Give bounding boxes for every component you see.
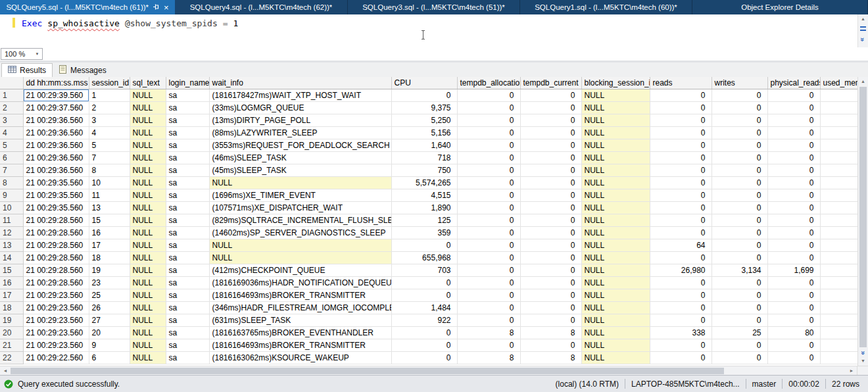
grid-cell[interactable]: NULL [581, 152, 650, 164]
grid-cell[interactable]: NULL [581, 302, 650, 314]
grid-cell[interactable]: NULL [581, 89, 650, 102]
grid-cell[interactable]: 0 [457, 177, 520, 189]
grid-cell[interactable]: 0 [520, 214, 581, 227]
grid-cell[interactable]: sa [166, 177, 209, 189]
grid-cell[interactable]: NULL [581, 202, 650, 214]
row-number[interactable]: 12 [0, 227, 23, 239]
scroll-right-arrow-icon[interactable]: ► [846, 368, 857, 373]
grid-cell[interactable]: NULL [581, 227, 650, 239]
grid-cell[interactable]: NULL [130, 277, 166, 289]
grid-cell[interactable]: NULL [130, 302, 166, 314]
grid-cell[interactable]: 16 [89, 227, 130, 239]
grid-cell[interactable]: 0 [767, 127, 820, 139]
grid-cell[interactable]: 0 [520, 264, 581, 277]
grid-cell[interactable]: 0 [650, 164, 711, 177]
vertical-scrollbar-thumb[interactable] [859, 87, 867, 347]
grid-cell[interactable]: 0 [520, 152, 581, 164]
grid-cell[interactable]: NULL [581, 127, 650, 139]
grid-cell[interactable]: 21 00:29:23.560 [23, 302, 89, 314]
grid-cell[interactable]: 0 [391, 352, 457, 364]
pin-icon[interactable] [153, 3, 160, 12]
grid-cell[interactable]: 0 [711, 164, 767, 177]
grid-cell[interactable]: 0 [650, 139, 711, 152]
grid-cell[interactable]: NULL [581, 177, 650, 189]
grid-cell[interactable]: 17 [89, 239, 130, 252]
grid-cell[interactable]: NULL [130, 114, 166, 127]
grid-cell[interactable]: 26 [89, 302, 130, 314]
grid-cell[interactable]: NULL [130, 202, 166, 214]
grid-cell[interactable]: 0 [650, 202, 711, 214]
grid-cell[interactable]: 0 [650, 152, 711, 164]
grid-cell[interactable]: NULL [581, 289, 650, 302]
grid-cell[interactable]: NULL [130, 239, 166, 252]
grid-cell[interactable]: 9,375 [391, 102, 457, 114]
grid-cell[interactable]: 0 [457, 314, 520, 327]
grid-cell[interactable]: 0 [457, 339, 520, 352]
grid-cell[interactable]: 23 [89, 277, 130, 289]
grid-cell[interactable]: 0 [711, 252, 767, 264]
grid-cell[interactable]: 19 [89, 264, 130, 277]
grid-cell[interactable]: 0 [457, 139, 520, 152]
grid-cell[interactable]: (3553ms)REQUEST_FOR_DEADLOCK_SEARCH [209, 139, 391, 152]
grid-cell[interactable]: 0 [520, 189, 581, 202]
grid-cell[interactable]: 0 [520, 127, 581, 139]
grid-cell[interactable]: 21 00:29:36.560 [23, 127, 89, 139]
grid-cell[interactable]: 750 [391, 164, 457, 177]
row-number[interactable]: 5 [0, 139, 23, 152]
grid-cell[interactable]: NULL [581, 314, 650, 327]
grid-cell[interactable]: 0 [767, 277, 820, 289]
grid-cell[interactable]: 21 00:29:23.560 [23, 314, 89, 327]
grid-cell[interactable]: sa [166, 252, 209, 264]
grid-cell[interactable]: sa [166, 327, 209, 339]
grid-cell[interactable]: 0 [457, 89, 520, 102]
grid-cell[interactable]: 718 [391, 152, 457, 164]
grid-cell[interactable]: 0 [520, 139, 581, 152]
grid-cell[interactable]: NULL [209, 177, 391, 189]
grid-cell[interactable]: 0 [391, 277, 457, 289]
column-header-tempdb-allocations[interactable]: tempdb_allocations [457, 77, 520, 89]
grid-cell[interactable]: 0 [650, 314, 711, 327]
grid-cell[interactable]: 0 [457, 277, 520, 289]
grid-cell[interactable]: (107571ms)XE_DISPATCHER_WAIT [209, 202, 391, 214]
scroll-up-arrow-icon[interactable]: ▲ [861, 77, 865, 86]
grid-cell[interactable]: sa [166, 114, 209, 127]
grid-cell[interactable]: NULL [581, 189, 650, 202]
grid-cell[interactable]: 15 [89, 214, 130, 227]
grid-cell[interactable]: 0 [457, 252, 520, 264]
grid-cell[interactable]: NULL [130, 139, 166, 152]
grid-cell[interactable]: 0 [457, 289, 520, 302]
grid-cell[interactable]: 21 00:29:36.560 [23, 114, 89, 127]
row-number[interactable]: 1 [0, 89, 23, 102]
grid-cell[interactable]: 18 [89, 252, 130, 264]
grid-cell[interactable]: 0 [650, 302, 711, 314]
grid-cell[interactable]: 0 [391, 239, 457, 252]
grid-cell[interactable]: 8 [520, 352, 581, 364]
grid-cell[interactable]: (631ms)SLEEP_TASK [209, 314, 391, 327]
row-number[interactable]: 2 [0, 102, 23, 114]
grid-cell[interactable]: 0 [391, 339, 457, 352]
grid-cell[interactable]: sa [166, 89, 209, 102]
grid-cell[interactable]: (13ms)DIRTY_PAGE_POLL [209, 114, 391, 127]
grid-cell[interactable]: 0 [767, 252, 820, 264]
grid-cell[interactable]: 4,515 [391, 189, 457, 202]
grid-cell[interactable]: NULL [581, 114, 650, 127]
grid-cell[interactable]: 0 [767, 89, 820, 102]
tab-sqlquery3[interactable]: SQLQuery3.sql - (l...M5KTC\m4tech (51))* [348, 0, 520, 14]
grid-cell[interactable]: sa [166, 239, 209, 252]
grid-cell[interactable]: 5,574,265 [391, 177, 457, 189]
grid-cell[interactable]: NULL [581, 352, 650, 364]
grid-cell[interactable]: NULL [130, 177, 166, 189]
grid-cell[interactable]: 1,640 [391, 139, 457, 152]
grid-cell[interactable]: 0 [767, 102, 820, 114]
double-chevron-down-icon[interactable]: » [859, 37, 867, 40]
grid-cell[interactable]: 0 [711, 89, 767, 102]
grid-cell[interactable]: NULL [130, 189, 166, 202]
grid-cell[interactable]: 0 [650, 127, 711, 139]
row-number[interactable]: 7 [0, 164, 23, 177]
grid-cell[interactable]: 0 [767, 164, 820, 177]
scroll-up-arrow-icon[interactable]: ▲ [861, 14, 865, 23]
grid-cell[interactable]: 0 [520, 164, 581, 177]
grid-cell[interactable]: 0 [711, 102, 767, 114]
grid-cell[interactable]: 0 [711, 302, 767, 314]
column-header-dd-hh-mm-ss-mss[interactable]: dd hh:mm:ss.mss [23, 77, 89, 89]
